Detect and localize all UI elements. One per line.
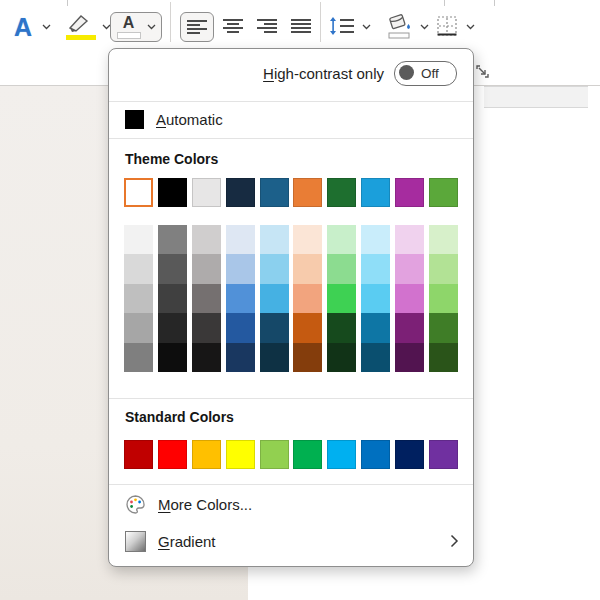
standard-color-swatch[interactable] [429,440,458,469]
standard-colors-heading: Standard Colors [125,409,234,425]
theme-color-swatch[interactable] [124,178,153,207]
theme-color-swatch[interactable] [429,178,458,207]
high-contrast-toggle[interactable]: Off [394,61,457,86]
line-spacing-icon [329,16,357,36]
color-variant-swatch[interactable] [124,313,153,342]
chevron-down-icon[interactable] [466,24,475,30]
line-spacing-button[interactable] [328,12,358,40]
borders-button[interactable] [434,13,460,39]
highlight-color-button[interactable] [64,12,98,40]
standard-color-swatch[interactable] [158,440,187,469]
theme-color-swatch[interactable] [293,178,322,207]
automatic-color-item[interactable]: Automatic [109,101,473,138]
color-variant-swatch[interactable] [226,284,255,313]
standard-color-swatch[interactable] [361,440,390,469]
automatic-color-swatch [125,110,144,129]
color-variant-swatch[interactable] [260,284,289,313]
theme-color-swatch[interactable] [327,178,356,207]
chevron-down-icon[interactable] [42,24,51,30]
color-variant-swatch[interactable] [293,254,322,283]
color-variant-swatch[interactable] [361,313,390,342]
justify-button[interactable] [288,12,314,40]
standard-color-swatch[interactable] [192,440,221,469]
color-variant-swatch[interactable] [158,254,187,283]
font-color-button[interactable]: A [110,12,162,42]
color-variant-swatch[interactable] [226,225,255,254]
color-variant-swatch[interactable] [192,313,221,342]
color-variant-swatch[interactable] [293,313,322,342]
highlighter-icon [66,12,94,34]
color-variant-swatch[interactable] [395,343,424,372]
theme-color-swatch[interactable] [361,178,390,207]
highlight-color-bar [66,35,96,40]
chevron-down-icon[interactable] [362,24,371,30]
color-variant-swatch[interactable] [226,254,255,283]
theme-color-swatch[interactable] [226,178,255,207]
standard-color-swatch[interactable] [327,440,356,469]
color-variant-swatch[interactable] [395,313,424,342]
color-variant-swatch[interactable] [429,225,458,254]
color-variant-swatch[interactable] [260,254,289,283]
standard-color-swatch[interactable] [260,440,289,469]
color-variant-swatch[interactable] [293,225,322,254]
color-variant-swatch[interactable] [429,343,458,372]
font-color-icon: A [123,15,135,31]
align-left-button[interactable] [180,12,214,42]
color-variant-swatch[interactable] [327,313,356,342]
color-variant-swatch[interactable] [260,343,289,372]
color-variant-swatch[interactable] [395,225,424,254]
color-variant-swatch[interactable] [158,225,187,254]
theme-color-swatch[interactable] [395,178,424,207]
color-variant-swatch[interactable] [226,343,255,372]
gradient-item[interactable]: Gradient [109,523,473,559]
color-variant-swatch[interactable] [361,343,390,372]
color-variant-swatch[interactable] [260,313,289,342]
standard-color-swatch[interactable] [395,440,424,469]
color-variant-swatch[interactable] [124,343,153,372]
divider [109,398,473,399]
standard-color-swatch[interactable] [124,440,153,469]
shading-button[interactable] [384,11,414,41]
color-variant-swatch[interactable] [327,343,356,372]
chevron-down-icon[interactable] [420,24,429,30]
color-variant-swatch[interactable] [158,313,187,342]
color-variant-swatch[interactable] [260,225,289,254]
color-variant-swatch[interactable] [361,284,390,313]
theme-color-swatch[interactable] [158,178,187,207]
align-center-button[interactable] [220,12,246,40]
color-variant-swatch[interactable] [395,254,424,283]
chevron-down-icon[interactable] [147,24,156,30]
color-variant-swatch[interactable] [124,225,153,254]
high-contrast-row: High-contrast only Off [109,49,473,97]
color-variant-swatch[interactable] [361,254,390,283]
color-variant-swatch[interactable] [429,313,458,342]
color-variant-swatch[interactable] [192,343,221,372]
toolbar-separator [170,2,171,42]
color-variant-swatch[interactable] [124,254,153,283]
color-variant-swatch[interactable] [293,343,322,372]
theme-color-swatch[interactable] [192,178,221,207]
color-variant-swatch[interactable] [158,343,187,372]
align-right-button[interactable] [254,12,280,40]
color-variant-swatch[interactable] [192,284,221,313]
color-variant-swatch[interactable] [327,225,356,254]
color-variant-swatch[interactable] [192,225,221,254]
standard-color-swatch[interactable] [293,440,322,469]
dialog-launcher-icon[interactable] [476,65,489,78]
color-variant-swatch[interactable] [192,254,221,283]
more-colors-item[interactable]: More Colors... [109,486,473,522]
color-variant-swatch[interactable] [361,225,390,254]
color-variant-swatch[interactable] [124,284,153,313]
color-variant-swatch[interactable] [158,284,187,313]
palette-icon [125,494,146,515]
standard-color-swatch[interactable] [226,440,255,469]
color-variant-swatch[interactable] [226,313,255,342]
theme-color-swatch[interactable] [260,178,289,207]
color-variant-swatch[interactable] [429,284,458,313]
color-variant-swatch[interactable] [293,284,322,313]
color-variant-swatch[interactable] [429,254,458,283]
color-variant-swatch[interactable] [327,254,356,283]
color-variant-swatch[interactable] [327,284,356,313]
color-variant-swatch[interactable] [395,284,424,313]
text-effects-button[interactable]: A [8,13,38,41]
